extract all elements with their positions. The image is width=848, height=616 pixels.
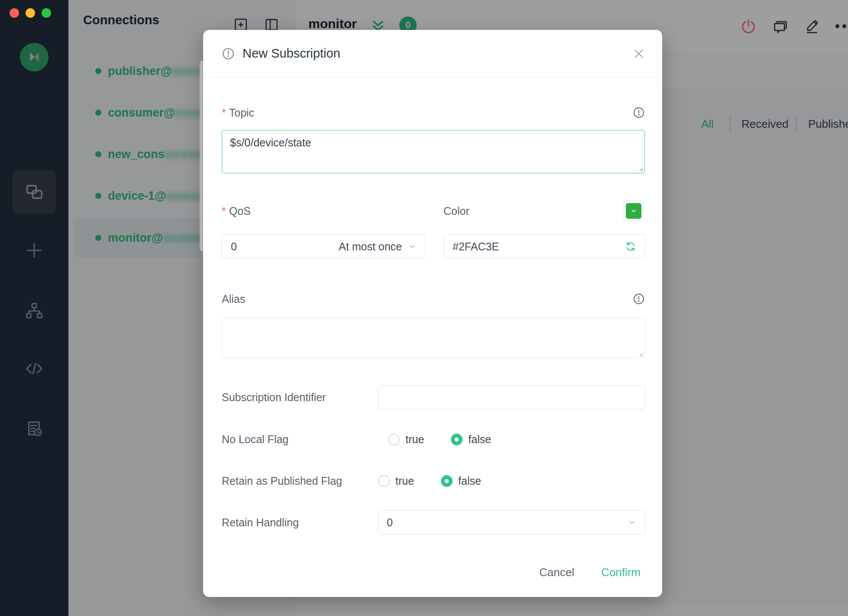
resize-handle[interactable]: [638, 351, 643, 357]
topic-value: $s/0/device/state: [230, 136, 311, 149]
no-local-flag-row: No Local Flag true false: [222, 433, 645, 446]
retain-handling-value: 0: [387, 516, 393, 529]
alias-label-row: Alias: [222, 292, 645, 305]
qos-select[interactable]: 0 At most once: [222, 234, 426, 259]
subscription-identifier-label: Subscription Identifier: [222, 391, 326, 404]
qos-label: QoS: [229, 205, 251, 217]
qos-value: 0: [231, 240, 237, 253]
refresh-color-icon[interactable]: [625, 241, 636, 252]
close-icon[interactable]: [633, 48, 645, 60]
color-value: #2FAC3E: [453, 240, 499, 253]
info-icon[interactable]: [633, 293, 645, 305]
retain-published-true-label[interactable]: true: [395, 475, 414, 487]
color-swatch-button[interactable]: [623, 201, 644, 221]
retain-published-false-label[interactable]: false: [458, 475, 481, 487]
info-icon[interactable]: [633, 107, 645, 119]
alias-label: Alias: [222, 293, 245, 305]
dialog-title: New Subscription: [243, 46, 340, 61]
no-local-false-radio[interactable]: [451, 434, 463, 445]
alias-textarea[interactable]: [222, 318, 645, 358]
dialog-footer: Cancel Confirm: [222, 564, 645, 581]
no-local-false-label[interactable]: false: [468, 433, 491, 446]
retain-published-false-radio[interactable]: [441, 475, 453, 487]
color-label: Color: [443, 205, 469, 217]
retain-handling-label: Retain Handling: [222, 516, 299, 529]
topic-textarea[interactable]: $s/0/device/state: [222, 130, 645, 173]
mqttx-window: Connections publisher@ ●●●●●● consumer@ …: [0, 0, 848, 616]
retain-published-true-radio[interactable]: [378, 475, 390, 487]
no-local-flag-label: No Local Flag: [222, 433, 288, 446]
no-local-true-radio[interactable]: [388, 434, 400, 445]
retain-as-published-label: Retain as Published Flag: [222, 475, 342, 487]
minimize-window-button[interactable]: [26, 8, 35, 18]
color-swatch: [626, 203, 641, 219]
resize-handle[interactable]: [638, 166, 643, 172]
required-asterisk: *: [222, 107, 226, 119]
retain-handling-select[interactable]: 0: [378, 510, 645, 535]
confirm-button[interactable]: Confirm: [601, 566, 641, 579]
retain-as-published-row: Retain as Published Flag true false: [222, 474, 645, 487]
chevron-down-icon: [628, 518, 636, 527]
color-input[interactable]: #2FAC3E: [443, 234, 645, 259]
chevron-down-icon: [408, 242, 417, 251]
qos-color-label-row: * QoS Color: [222, 204, 645, 217]
topic-label: Topic: [229, 107, 254, 119]
no-local-true-label[interactable]: true: [405, 433, 424, 446]
info-icon[interactable]: [222, 47, 235, 60]
zoom-window-button[interactable]: [42, 8, 51, 18]
qos-value-text: At most once: [339, 240, 402, 253]
cancel-button[interactable]: Cancel: [539, 566, 574, 579]
chevron-down-icon: [630, 207, 637, 214]
close-window-button[interactable]: [10, 8, 19, 18]
topic-label-row: * Topic: [222, 106, 645, 119]
new-subscription-dialog: New Subscription * Topic $s/0/device/sta…: [203, 30, 662, 597]
required-asterisk: *: [222, 205, 226, 217]
subscription-identifier-input[interactable]: [378, 385, 645, 409]
dialog-header: New Subscription: [203, 30, 662, 78]
